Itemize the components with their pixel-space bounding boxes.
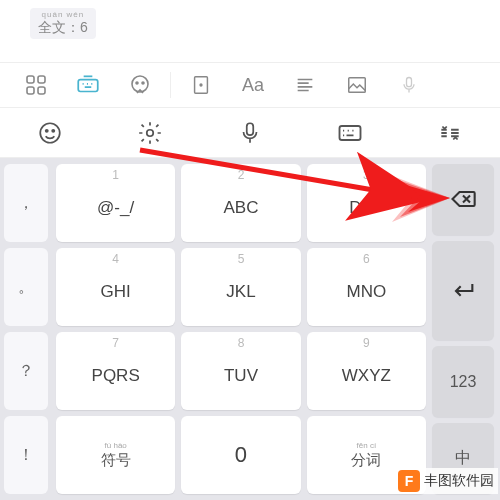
svg-point-9 [200,84,202,86]
svg-rect-2 [27,87,34,94]
badge-pinyin: quán wén [42,11,85,19]
svg-rect-3 [38,87,45,94]
svg-rect-11 [407,78,412,87]
svg-point-14 [52,129,54,131]
collapse-icon[interactable] [400,108,500,157]
gear-icon[interactable] [100,108,200,157]
keyboard: ， 。 ？ ！ 1@-_/ 2ABC 3DEF 4GHI 5JKL 6MNO 7… [0,158,500,500]
svg-point-6 [136,82,138,84]
grid-icon[interactable] [10,73,62,97]
editor-toolbar: Aa [0,62,500,108]
keyboard-icon[interactable] [300,108,400,157]
key-1[interactable]: 1@-_/ [56,164,175,242]
svg-point-15 [147,129,154,136]
watermark-logo: F [398,470,420,492]
symbols-key[interactable]: fú hào符号 [56,416,175,494]
key-7-pqrs[interactable]: 7PQRS [56,332,175,410]
comma-key[interactable]: ， [4,164,48,242]
enter-key[interactable] [432,241,494,340]
question-key[interactable]: ？ [4,332,48,410]
function-column: 123 中 [430,158,500,500]
numeric-switch-key[interactable]: 123 [432,346,494,417]
svg-rect-4 [78,80,98,92]
exclaim-key[interactable]: ！ [4,416,48,494]
period-key[interactable]: 。 [4,248,48,326]
key-5-jkl[interactable]: 5JKL [181,248,300,326]
key-3-def[interactable]: 3DEF [307,164,426,242]
svg-rect-1 [38,76,45,83]
key-8-tuv[interactable]: 8TUV [181,332,300,410]
svg-rect-17 [340,126,361,140]
rect-icon[interactable] [175,74,227,96]
svg-rect-0 [27,76,34,83]
emoji-icon[interactable] [0,108,100,157]
mic-icon[interactable] [383,75,435,95]
align-icon[interactable] [279,74,331,96]
key-6-mno[interactable]: 6MNO [307,248,426,326]
divider [170,72,171,98]
candidate-badge[interactable]: quán wén 全文：6 [30,8,96,39]
key-2-abc[interactable]: 2ABC [181,164,300,242]
backspace-key[interactable] [432,164,494,235]
svg-point-13 [46,129,48,131]
badge-main: 全文：6 [38,20,88,34]
svg-point-7 [142,82,144,84]
watermark: F 丰图软件园 [394,468,498,494]
key-9-wxyz[interactable]: 9WXYZ [307,332,426,410]
image-icon[interactable] [331,74,383,96]
punctuation-column: ， 。 ？ ！ [0,158,52,500]
ime-toolbar [0,108,500,158]
mic-button[interactable] [200,108,300,157]
svg-point-12 [40,123,60,143]
key-0[interactable]: 0 [181,416,300,494]
svg-rect-16 [247,123,254,135]
keyboard-switch-icon[interactable] [62,72,114,98]
watermark-text: 丰图软件园 [424,472,494,490]
main-keys: 1@-_/ 2ABC 3DEF 4GHI 5JKL 6MNO 7PQRS 8TU… [52,158,430,500]
key-4-ghi[interactable]: 4GHI [56,248,175,326]
svg-rect-10 [349,78,366,93]
font-size-button[interactable]: Aa [227,75,279,96]
face-robot-icon[interactable] [114,73,166,97]
